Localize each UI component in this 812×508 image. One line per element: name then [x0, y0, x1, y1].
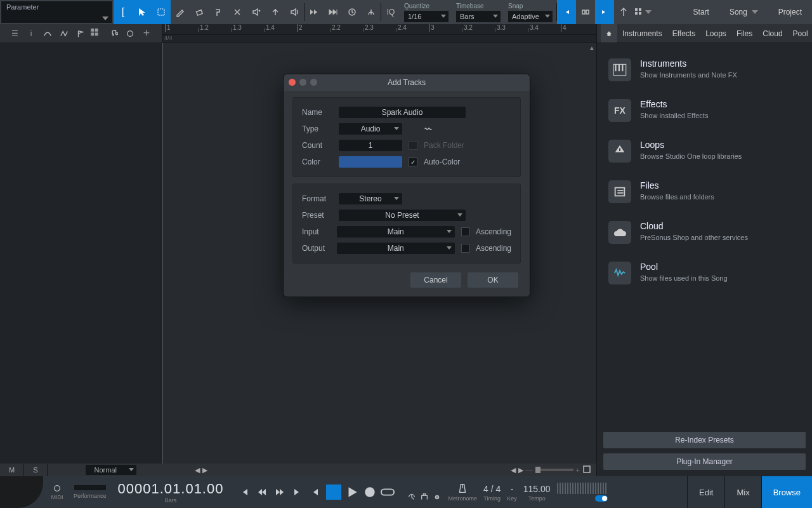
quantize-selector[interactable]: Quantize 1/16: [400, 0, 452, 24]
menu-icon[interactable]: ☰: [6, 29, 23, 38]
add-track-icon[interactable]: +: [138, 27, 155, 40]
key-display[interactable]: -: [511, 484, 514, 494]
split-tool[interactable]: [228, 0, 247, 24]
autopunch-icon[interactable]: [420, 493, 429, 502]
transport-time-display[interactable]: 00001.01.01.00: [110, 481, 232, 497]
track-height-mode[interactable]: Normal: [86, 465, 136, 475]
selection-range-tool[interactable]: [: [114, 0, 133, 24]
scroll-left-icon[interactable]: ◀: [195, 466, 200, 474]
envelope-icon[interactable]: [56, 29, 72, 38]
skip-icon[interactable]: [324, 0, 343, 24]
dialog-titlebar[interactable]: Add Tracks: [284, 74, 530, 91]
play-cursor[interactable]: [162, 43, 162, 464]
timeline-scroll-left-icon[interactable]: ◀: [511, 466, 516, 474]
info-icon[interactable]: i: [23, 29, 39, 38]
arrow-tool[interactable]: [133, 0, 152, 24]
browser-item-cloud[interactable]: CloudPreSonus Shop and other services: [603, 212, 806, 253]
track-name-input[interactable]: Spark Audio: [339, 107, 466, 118]
format-select[interactable]: Stereo: [339, 193, 402, 204]
plugin-manager-button[interactable]: Plug-In Manager: [603, 453, 806, 470]
browser-tab-files[interactable]: Files: [731, 24, 757, 43]
time-signature-display[interactable]: 4 / 4: [483, 484, 501, 494]
solo-all-button[interactable]: S: [24, 464, 47, 476]
cancel-button[interactable]: Cancel: [410, 272, 461, 288]
track-count-input[interactable]: 1: [339, 140, 402, 151]
grid-menu-icon[interactable]: [633, 0, 652, 24]
draw-tool[interactable]: [171, 0, 190, 24]
loop-button[interactable]: [381, 485, 395, 499]
snap-cursor-icon[interactable]: [614, 0, 633, 24]
precount-icon[interactable]: [433, 493, 442, 502]
macro-icon[interactable]: [362, 0, 381, 24]
preset-select[interactable]: No Preset: [339, 210, 466, 221]
mute-tool[interactable]: [247, 0, 266, 24]
go-to-end-button[interactable]: [291, 485, 304, 499]
auto-color-checkbox[interactable]: [409, 157, 417, 166]
scroll-right-icon[interactable]: ▶: [202, 466, 207, 474]
ok-button[interactable]: OK: [468, 272, 518, 288]
input-select[interactable]: Main: [337, 226, 455, 237]
color-swatch[interactable]: [339, 156, 402, 168]
range-tool[interactable]: [152, 0, 171, 24]
close-window-icon[interactable]: [289, 79, 296, 86]
timebase-selector[interactable]: Timebase Bars: [452, 0, 504, 24]
fast-forward-button[interactable]: [273, 485, 287, 499]
scroll-up-icon[interactable]: ▲: [589, 44, 595, 51]
zoom-slider[interactable]: [535, 469, 573, 471]
flag-icon[interactable]: [72, 29, 89, 38]
track-list-panel[interactable]: [0, 43, 162, 464]
zoom-fit-icon[interactable]: [582, 465, 591, 475]
output-select[interactable]: Main: [337, 243, 455, 254]
snap-left-icon[interactable]: [557, 0, 576, 24]
automation-lane-icon[interactable]: [39, 29, 56, 38]
browser-item-instruments[interactable]: InstrumentsShow Instruments and Note FX: [603, 50, 806, 90]
edit-view-button[interactable]: Edit: [687, 476, 724, 508]
snap-selector[interactable]: Snap Adaptive: [504, 0, 556, 24]
record-button[interactable]: [363, 485, 377, 499]
browser-item-pool[interactable]: PoolShow files used in this Song: [603, 253, 806, 293]
notes-icon[interactable]: [105, 29, 122, 38]
maximize-window-icon[interactable]: [310, 79, 317, 86]
tempo-display[interactable]: 115.00: [523, 484, 551, 494]
fast-forward-icon[interactable]: [304, 0, 324, 24]
browser-tab-loops[interactable]: Loops: [700, 24, 731, 43]
grid-view-icon[interactable]: [89, 25, 105, 42]
browser-tab-effects[interactable]: Effects: [667, 24, 700, 43]
timeline-scroll-right-icon[interactable]: ▶: [518, 466, 523, 474]
rewind-button[interactable]: [255, 485, 269, 499]
rewind-to-start-button[interactable]: [237, 485, 251, 499]
browser-item-loops[interactable]: LoopsBrowse Studio One loop libraries: [603, 131, 806, 171]
reindex-presets-button[interactable]: Re-Index Presets: [603, 432, 806, 448]
browser-item-effects[interactable]: FXEffectsShow installed Effects: [603, 90, 806, 131]
start-page-tab[interactable]: Start: [683, 0, 719, 24]
preroll-icon[interactable]: [407, 493, 416, 502]
input-ascending-checkbox[interactable]: [461, 227, 469, 236]
mix-view-button[interactable]: Mix: [724, 476, 761, 508]
return-to-zero-button[interactable]: [308, 485, 322, 499]
meter-toggle[interactable]: [595, 495, 608, 502]
tempo-track-icon[interactable]: [122, 29, 138, 38]
song-page-tab[interactable]: Song: [719, 0, 768, 24]
browser-tab-cloud[interactable]: Cloud: [757, 24, 787, 43]
metronome-icon[interactable]: [457, 483, 468, 494]
minimize-window-icon[interactable]: [299, 79, 306, 86]
auto-scroll-icon[interactable]: [343, 0, 362, 24]
browser-tab-pool[interactable]: Pool: [788, 24, 812, 43]
iq-button[interactable]: IQ: [381, 0, 400, 24]
paint-tool[interactable]: [209, 0, 228, 24]
output-ascending-checkbox[interactable]: [461, 244, 469, 253]
listen-tool[interactable]: [285, 0, 304, 24]
track-type-select[interactable]: Audio: [339, 123, 402, 135]
home-icon[interactable]: [601, 24, 617, 43]
erase-tool[interactable]: [190, 0, 209, 24]
browse-view-button[interactable]: Browse: [761, 476, 812, 508]
browser-item-files[interactable]: FilesBrowse files and folders: [603, 171, 806, 212]
pack-folder-checkbox[interactable]: [409, 141, 417, 150]
parameter-display[interactable]: Parameter: [1, 1, 112, 23]
play-button[interactable]: [345, 485, 359, 499]
bend-tool[interactable]: [266, 0, 285, 24]
snap-toggle-icon[interactable]: [576, 0, 595, 24]
snap-right-icon[interactable]: [595, 0, 614, 24]
mute-all-button[interactable]: M: [0, 464, 24, 476]
timeline-ruler[interactable]: 11.21.31.422.22.32.433.23.33.44 4/4: [162, 24, 596, 43]
